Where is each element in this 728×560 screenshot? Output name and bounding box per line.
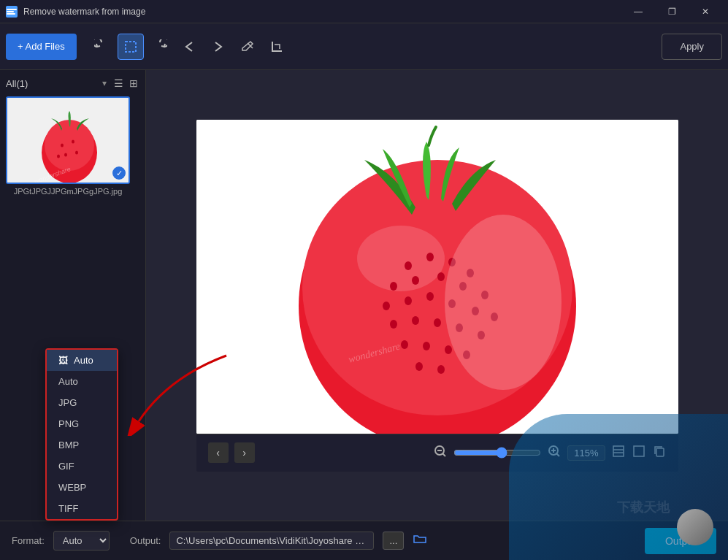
dropdown-item-bmp[interactable]: BMP [47, 434, 117, 456]
next-image-button[interactable]: › [234, 442, 255, 463]
svg-rect-2 [7, 13, 15, 15]
output-path: C:\Users\pc\Documents\VidiKit\Joyoshare … [169, 532, 374, 550]
dropdown-item-label: GIF [58, 461, 74, 472]
image-container: wondershare [196, 120, 678, 434]
zoom-out-button[interactable] [433, 444, 448, 462]
angle-left-button[interactable] [176, 34, 202, 60]
main-image: wondershare [196, 120, 678, 434]
svg-point-40 [445, 345, 452, 354]
dropdown-item-label: TIFF [58, 503, 78, 514]
svg-point-23 [412, 276, 419, 285]
window-controls: — ❐ ✕ [621, 0, 722, 23]
svg-point-34 [412, 316, 419, 325]
svg-point-27 [383, 302, 390, 310]
selection-button[interactable] [118, 34, 144, 60]
dropdown-item-auto-header[interactable]: 🖼 Auto [47, 350, 117, 371]
svg-point-43 [437, 365, 445, 374]
add-files-button[interactable]: + Add Files [6, 34, 77, 60]
svg-point-9 [72, 140, 74, 144]
svg-point-22 [390, 282, 397, 291]
filter-label: All(1) [6, 78, 96, 89]
open-folder-button[interactable] [413, 532, 427, 550]
more-options-button[interactable]: ... [383, 532, 404, 550]
dropdown-item-label: PNG [58, 418, 79, 429]
selected-checkmark: ✓ [112, 166, 126, 180]
dropdown-item-jpg[interactable]: JPG [47, 392, 117, 413]
thumbnail-image[interactable]: wondershare ✓ [6, 96, 130, 184]
svg-point-11 [75, 151, 78, 155]
svg-point-18 [405, 261, 412, 270]
sidebar-header: All(1) ▾ ☰ ⊞ [6, 76, 139, 91]
background-logo-text: 下载天地 [617, 499, 670, 516]
dropdown-item-label: Auto [58, 376, 78, 387]
grid-view-icon[interactable]: ⊞ [128, 76, 139, 91]
rotate-left-button[interactable] [88, 34, 115, 60]
svg-point-39 [423, 342, 430, 350]
dropdown-item-label: Auto [74, 355, 93, 366]
dropdown-item-tiff[interactable]: TIFF [47, 498, 117, 519]
crop-button[interactable] [264, 34, 290, 60]
dropdown-arrow-icon[interactable]: ▾ [102, 78, 107, 88]
thumbnail-label: JPGtJPGJJPGmJPGgJPG.jpg [6, 187, 130, 196]
maximize-button[interactable]: ❐ [655, 0, 689, 23]
list-view-icon[interactable]: ☰ [112, 76, 125, 91]
format-label: Format: [12, 535, 45, 546]
svg-point-8 [61, 144, 64, 147]
apply-button[interactable]: Apply [662, 34, 722, 60]
dropdown-item-label: BMP [58, 440, 79, 450]
rotate-right-button[interactable] [147, 34, 173, 60]
prev-image-button[interactable]: ‹ [208, 442, 229, 463]
svg-point-12 [57, 155, 60, 158]
svg-line-47 [443, 453, 446, 456]
dropdown-item-png[interactable]: PNG [47, 413, 117, 434]
angle-right-button[interactable] [205, 34, 231, 60]
dropdown-item-webp[interactable]: WEBP [47, 477, 117, 498]
toolbar: + Add Files [0, 23, 728, 70]
svg-point-19 [426, 253, 434, 261]
list-item[interactable]: wondershare ✓ JPGtJPGJJPGmJPGgJPG.jpg [6, 96, 130, 196]
svg-point-42 [415, 362, 423, 371]
svg-rect-0 [7, 9, 17, 10]
format-dropdown: 🖼 Auto Auto JPG PNG BMP GIF WEBP TIFF [45, 348, 118, 521]
dropdown-item-gif[interactable]: GIF [47, 456, 117, 477]
close-button[interactable]: ✕ [689, 0, 722, 23]
title-bar: Remove watermark from image — ❐ ✕ [0, 0, 728, 23]
thumbnail-grid: wondershare ✓ JPGtJPGJJPGmJPGgJPG.jpg [6, 96, 139, 196]
dropdown-item-auto[interactable]: Auto [47, 371, 117, 392]
svg-point-29 [426, 292, 434, 301]
app-icon [6, 6, 18, 18]
format-select[interactable]: Auto JPG PNG BMP GIF WEBP TIFF [53, 531, 110, 551]
svg-point-28 [405, 296, 412, 305]
svg-point-10 [64, 153, 67, 157]
eraser-button[interactable] [234, 34, 261, 60]
svg-point-33 [390, 320, 397, 329]
sidebar-view-icons: ☰ ⊞ [112, 76, 139, 91]
svg-rect-1 [7, 11, 14, 12]
window-title: Remove watermark from image [23, 7, 621, 17]
svg-point-44 [445, 215, 562, 390]
svg-point-35 [434, 318, 441, 327]
image-icon: 🖼 [58, 355, 68, 366]
background-badge [677, 509, 713, 545]
output-label: Output: [130, 535, 161, 546]
svg-rect-3 [126, 42, 136, 52]
dropdown-item-label: JPG [58, 397, 77, 408]
svg-point-7 [45, 120, 94, 171]
dropdown-item-label: WEBP [58, 482, 86, 493]
minimize-button[interactable]: — [621, 0, 655, 23]
svg-point-38 [401, 340, 408, 349]
svg-point-24 [437, 272, 445, 281]
